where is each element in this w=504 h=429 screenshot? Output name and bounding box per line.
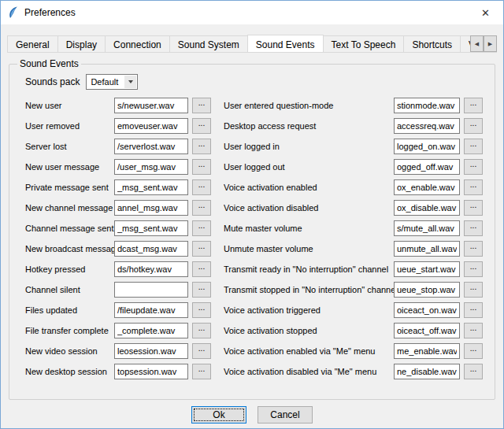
sound-event-label: Hotkey pressed: [25, 264, 114, 274]
sounds-pack-select[interactable]: Default: [86, 74, 138, 90]
sound-file-input[interactable]: [114, 118, 188, 134]
sound-event-row: New channel message...: [25, 200, 224, 216]
tab-text-to-speech[interactable]: Text To Speech: [323, 35, 405, 52]
sound-file-input[interactable]: [394, 241, 460, 257]
sound-file-input[interactable]: [394, 200, 460, 216]
sound-file-input[interactable]: [114, 261, 188, 277]
sound-event-label: Voice activation disabled via "Me" menu: [224, 367, 394, 376]
sound-file-input[interactable]: [394, 323, 460, 338]
sound-file-input[interactable]: [394, 220, 460, 236]
cancel-button[interactable]: Cancel: [258, 406, 313, 423]
sound-event-row: Voice activation stopped...: [224, 323, 488, 338]
sound-file-input[interactable]: [114, 179, 188, 195]
sound-file-input[interactable]: [394, 282, 460, 298]
sounds-pack-value: Default: [91, 77, 118, 87]
preferences-window: Preferences ✕ GeneralDisplayConnectionSo…: [0, 0, 504, 429]
sound-file-input[interactable]: [114, 159, 188, 175]
sound-event-label: New user message: [25, 162, 114, 172]
sound-file-input[interactable]: [394, 118, 460, 134]
sound-event-label: New video session: [25, 346, 114, 356]
sound-event-row: Private message sent...: [25, 179, 224, 195]
tab-general[interactable]: General: [7, 35, 58, 52]
sound-event-label: User removed: [25, 121, 114, 131]
sound-file-input[interactable]: [114, 282, 188, 298]
browse-button[interactable]: ...: [464, 200, 483, 216]
sound-file-input[interactable]: [114, 98, 188, 113]
sound-file-input[interactable]: [394, 139, 460, 154]
browse-button[interactable]: ...: [192, 261, 211, 277]
browse-button[interactable]: ...: [464, 302, 483, 318]
sound-file-input[interactable]: [394, 261, 460, 277]
sound-event-label: Server lost: [25, 142, 114, 151]
browse-button[interactable]: ...: [192, 241, 211, 257]
tab-sound-system[interactable]: Sound System: [169, 35, 248, 52]
sound-event-row: Voice activation disabled...: [224, 200, 488, 216]
sound-event-row: User entered question-mode...: [224, 98, 488, 113]
sound-event-label: Voice activation triggered: [224, 305, 394, 315]
browse-button[interactable]: ...: [464, 323, 483, 338]
browse-button[interactable]: ...: [464, 241, 483, 257]
sound-event-label: Transmit ready in "No interruption" chan…: [224, 264, 394, 274]
browse-button[interactable]: ...: [192, 323, 211, 338]
tab-shortcuts[interactable]: Shortcuts: [403, 35, 461, 52]
browse-button[interactable]: ...: [192, 364, 211, 379]
sound-file-input[interactable]: [114, 323, 188, 338]
sound-file-input[interactable]: [114, 343, 188, 359]
browse-button[interactable]: ...: [192, 179, 211, 195]
tab-scroll-left-icon[interactable]: ◀: [470, 35, 484, 52]
sound-file-input[interactable]: [114, 220, 188, 236]
sound-event-row: Channel message sent...: [25, 220, 224, 236]
browse-button[interactable]: ...: [192, 302, 211, 318]
sound-event-label: Private message sent: [25, 183, 114, 192]
sound-event-row: Voice activation enabled via "Me" menu..…: [224, 343, 488, 359]
tab-scroll-right-icon[interactable]: ▶: [484, 35, 497, 52]
browse-button[interactable]: ...: [192, 159, 211, 175]
browse-button[interactable]: ...: [464, 118, 483, 134]
browse-button[interactable]: ...: [464, 179, 483, 195]
tab-connection[interactable]: Connection: [105, 35, 170, 52]
browse-button[interactable]: ...: [192, 98, 211, 113]
sounds-pack-label: Sounds pack: [25, 76, 80, 87]
browse-button[interactable]: ...: [192, 282, 211, 298]
sound-event-label: User entered question-mode: [224, 101, 394, 110]
sound-file-input[interactable]: [114, 364, 188, 379]
sound-file-input[interactable]: [394, 98, 460, 113]
browse-button[interactable]: ...: [464, 282, 483, 298]
sound-file-input[interactable]: [114, 139, 188, 154]
sound-event-row: New user...: [25, 98, 224, 113]
browse-button[interactable]: ...: [464, 261, 483, 277]
sound-file-input[interactable]: [114, 241, 188, 257]
left-column: New user...User removed...Server lost...…: [25, 98, 224, 384]
sound-event-row: Transmit ready in "No interruption" chan…: [224, 261, 488, 277]
sound-file-input[interactable]: [394, 343, 460, 359]
sound-file-input[interactable]: [114, 302, 188, 318]
sound-event-label: Voice activation enabled via "Me" menu: [224, 346, 394, 356]
sound-event-row: User logged out...: [224, 159, 488, 175]
close-button[interactable]: ✕: [468, 1, 503, 24]
browse-button[interactable]: ...: [192, 139, 211, 154]
ok-button[interactable]: Ok: [191, 406, 246, 423]
sound-event-row: Hotkey pressed...: [25, 261, 224, 277]
sound-event-row: User logged in...: [224, 139, 488, 154]
browse-button[interactable]: ...: [192, 220, 211, 236]
browse-button[interactable]: ...: [192, 200, 211, 216]
tab-display[interactable]: Display: [57, 35, 106, 52]
browse-button[interactable]: ...: [464, 98, 483, 113]
browse-button[interactable]: ...: [192, 343, 211, 359]
browse-button[interactable]: ...: [464, 220, 483, 236]
sound-file-input[interactable]: [394, 364, 460, 379]
browse-button[interactable]: ...: [464, 343, 483, 359]
browse-button[interactable]: ...: [464, 364, 483, 379]
sound-event-row: Mute master volume...: [224, 220, 488, 236]
sound-event-label: New user: [25, 101, 114, 110]
sound-event-row: Unmute master volume...: [224, 241, 488, 257]
browse-button[interactable]: ...: [464, 159, 483, 175]
sound-file-input[interactable]: [394, 179, 460, 195]
sound-event-label: New broadcast message: [25, 244, 114, 253]
sound-file-input[interactable]: [114, 200, 188, 216]
sound-file-input[interactable]: [394, 159, 460, 175]
browse-button[interactable]: ...: [192, 118, 211, 134]
tab-sound-events[interactable]: Sound Events: [247, 35, 324, 52]
sound-file-input[interactable]: [394, 302, 460, 318]
browse-button[interactable]: ...: [464, 139, 483, 154]
